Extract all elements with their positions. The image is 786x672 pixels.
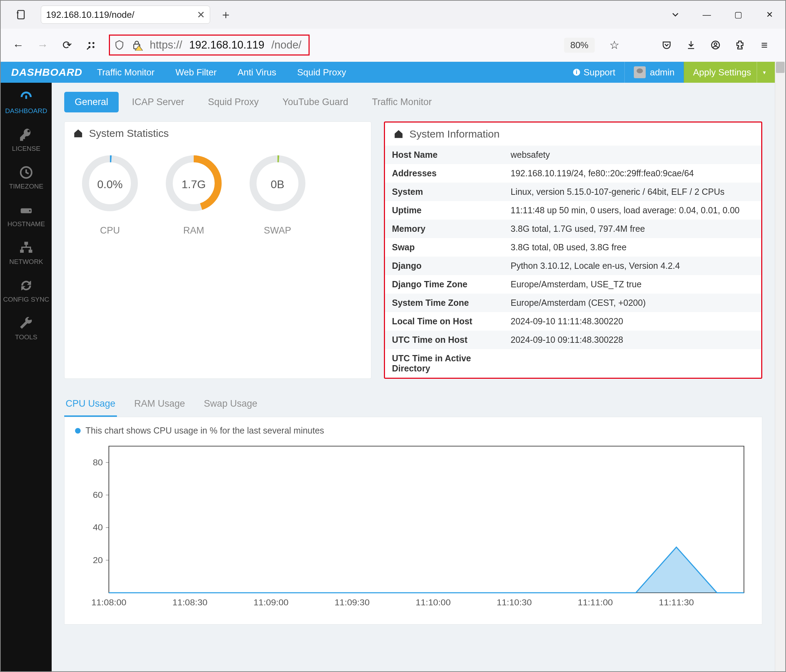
legend-dot-icon [75, 428, 81, 434]
info-value: 2024-09-10 09:11:48.300228 [504, 330, 761, 349]
svg-point-14 [29, 210, 31, 212]
zoom-badge[interactable]: 80% [564, 38, 595, 53]
user-menu[interactable]: admin [624, 62, 684, 83]
svg-text:11:11:30: 11:11:30 [659, 598, 694, 607]
system-statistics-card: System Statistics 0.0% CPU 1.7G RAM 0B [64, 121, 371, 379]
tab-squid proxy[interactable]: Squid Proxy [198, 92, 269, 112]
avatar-icon [634, 66, 646, 78]
cpu-usage-chart: 2040608011:08:0011:08:3011:09:0011:09:30… [75, 439, 751, 610]
sidebar-item-timezone[interactable]: TIMEZONE [1, 158, 52, 196]
sidebar-item-license[interactable]: LICENSE [1, 120, 52, 158]
subtab-ram usage[interactable]: RAM Usage [133, 393, 187, 417]
usage-tabbar: CPU UsageRAM UsageSwap Usage [64, 393, 762, 417]
svg-rect-27 [109, 446, 744, 593]
bookmark-star-icon[interactable]: ☆ [607, 38, 621, 52]
svg-rect-16 [20, 250, 24, 253]
new-tab-button[interactable]: ＋ [217, 6, 234, 23]
topnav-item-3[interactable]: Squid Proxy [287, 62, 357, 83]
svg-point-9 [714, 43, 717, 46]
back-button[interactable]: ← [11, 38, 25, 52]
table-row: Django Time Zone Europe/Amsterdam, USE_T… [385, 275, 761, 294]
drive-icon [19, 203, 33, 217]
account-icon[interactable] [709, 38, 723, 52]
donut-cpu: 0.0% CPU [79, 152, 141, 236]
svg-rect-0 [17, 11, 24, 19]
window-close-button[interactable]: ✕ [754, 1, 785, 28]
info-value: 11:11:48 up 50 min, 0 users, load averag… [504, 201, 761, 220]
clock-icon [19, 165, 33, 180]
svg-point-5 [93, 46, 94, 48]
info-key: Local Time on Host [385, 312, 504, 330]
brand[interactable]: DASHBOARD [1, 66, 86, 78]
info-value: Europe/Amsterdam, USE_TZ true [504, 275, 761, 294]
svg-text:80: 80 [93, 458, 103, 467]
info-key: UTC Time in Active Directory [385, 349, 504, 378]
info-key: Django [385, 257, 504, 275]
support-link[interactable]: i Support [563, 67, 624, 78]
info-value: websafety [504, 146, 761, 164]
home-icon [73, 128, 83, 138]
table-row: Addresses 192.168.10.119/24, fe80::20c:2… [385, 164, 761, 183]
pocket-icon[interactable] [660, 38, 674, 52]
sidebar-item-config sync[interactable]: CONFIG SYNC [1, 271, 52, 309]
apply-settings-label: Apply Settings [693, 67, 751, 78]
close-tab-icon[interactable]: ✕ [197, 9, 205, 20]
tabs-overview-icon[interactable] [660, 1, 691, 28]
svg-point-3 [93, 42, 94, 44]
address-bar[interactable]: https://192.168.10.119/node/ [109, 35, 310, 55]
donut-label: RAM [162, 225, 225, 236]
donut-swap: 0B SWAP [246, 152, 309, 236]
dashboard-icon [19, 90, 33, 104]
sidebar-item-label: TOOLS [15, 334, 37, 341]
topnav-item-2[interactable]: Anti Virus [227, 62, 287, 83]
svg-text:11:08:30: 11:08:30 [173, 598, 208, 607]
cpu-chart-panel: This chart shows CPU usage in % for the … [64, 417, 762, 625]
sidebar-item-tools[interactable]: TOOLS [1, 309, 52, 347]
sidebar-item-label: TIMEZONE [9, 183, 43, 190]
recent-icon[interactable] [14, 8, 28, 22]
window-minimize-button[interactable]: — [691, 1, 723, 28]
tab-general[interactable]: General [64, 92, 119, 112]
svg-text:11:10:00: 11:10:00 [416, 598, 451, 607]
info-value: Europe/Amsterdam (CEST, +0200) [504, 294, 761, 312]
sidebar-item-label: HOSTNAME [7, 220, 45, 228]
url-host: 192.168.10.119 [189, 39, 264, 51]
table-row: Memory 3.8G total, 1.7G used, 797.4M fre… [385, 220, 761, 238]
sidebar-item-dashboard[interactable]: DASHBOARD [1, 83, 52, 120]
subtab-cpu usage[interactable]: CPU Usage [64, 393, 117, 417]
subtab-swap usage[interactable]: Swap Usage [203, 393, 259, 417]
svg-text:11:09:00: 11:09:00 [253, 598, 289, 607]
table-row: System Time Zone Europe/Amsterdam (CEST,… [385, 294, 761, 312]
info-key: System Time Zone [385, 294, 504, 312]
reload-button[interactable]: ⟳ [60, 38, 74, 52]
browser-tab[interactable]: 192.168.10.119/node/ ✕ [41, 6, 210, 24]
apply-settings-button[interactable]: Apply Settings ▾ [684, 62, 775, 83]
tab-traffic monitor[interactable]: Traffic Monitor [362, 92, 442, 112]
table-row: System Linux, version 5.15.0-107-generic… [385, 183, 761, 201]
sidebar-item-network[interactable]: NETWORK [1, 233, 52, 271]
extensions-icon[interactable] [733, 38, 747, 52]
support-label: Support [583, 67, 615, 78]
forward-button: → [36, 38, 50, 52]
sidebar-item-hostname[interactable]: HOSTNAME [1, 196, 52, 233]
info-value: Python 3.10.12, Locale en-us, Version 4.… [504, 257, 761, 275]
svg-text:0B: 0B [270, 178, 284, 190]
app-menu-icon[interactable]: ≡ [758, 38, 771, 52]
sidebar-item-label: LICENSE [12, 145, 40, 153]
network-icon [19, 241, 33, 255]
stats-title: System Statistics [89, 127, 168, 139]
chevron-down-icon[interactable]: ▾ [757, 62, 766, 83]
svg-text:11:08:00: 11:08:00 [91, 598, 127, 607]
downloads-icon[interactable] [684, 38, 698, 52]
browser-toolbar: ← → ⟳ https://192.168.10.119/node/ 80% ☆… [1, 28, 785, 62]
page-scrollbar[interactable] [775, 62, 785, 671]
svg-text:11:09:30: 11:09:30 [334, 598, 369, 607]
topnav-item-0[interactable]: Traffic Monitor [86, 62, 165, 83]
tab-icap server[interactable]: ICAP Server [121, 92, 195, 112]
user-name: admin [650, 67, 674, 78]
tab-youtube guard[interactable]: YouTube Guard [272, 92, 359, 112]
sidebar: DASHBOARD LICENSE TIMEZONE HOSTNAME NETW… [1, 83, 52, 671]
window-maximize-button[interactable]: ▢ [723, 1, 754, 28]
devtools-icon[interactable] [85, 38, 98, 52]
topnav-item-1[interactable]: Web Filter [165, 62, 227, 83]
